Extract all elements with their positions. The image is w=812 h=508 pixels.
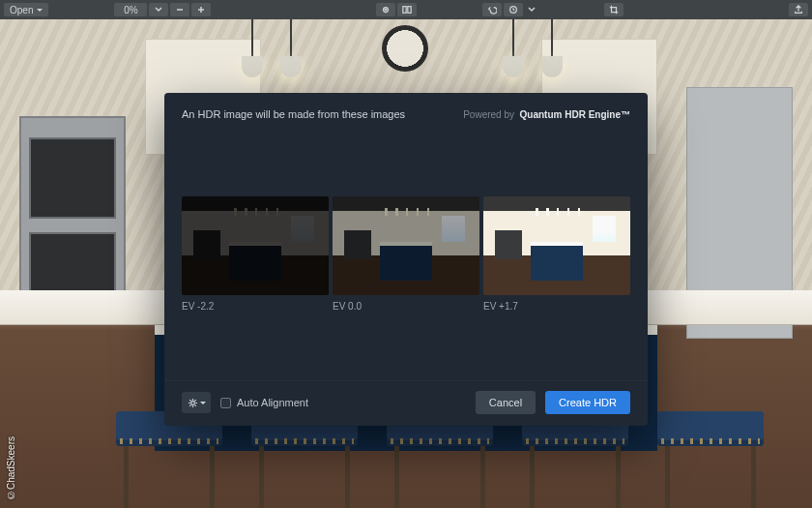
- stool: [657, 411, 764, 508]
- auto-alignment-label: Auto Alignment: [237, 397, 308, 408]
- ev-label: EV +1.7: [483, 301, 630, 312]
- open-label: Open: [10, 5, 33, 15]
- hdr-settings-button[interactable]: [182, 392, 211, 413]
- wall-clock: [382, 25, 428, 72]
- powered-prefix: Powered by: [463, 109, 514, 120]
- stool: [116, 411, 222, 508]
- history-group: [482, 3, 538, 16]
- zoom-in-button[interactable]: [191, 3, 211, 16]
- stool: [251, 411, 358, 508]
- exposure-thumb[interactable]: EV +1.7: [483, 196, 630, 312]
- zoom-control: 0%: [114, 3, 211, 16]
- auto-alignment-checkbox[interactable]: Auto Alignment: [220, 397, 308, 408]
- oven: [19, 116, 126, 319]
- history-dropdown-icon[interactable]: [525, 3, 538, 16]
- powered-engine-name: Quantum HDR Engine™: [520, 109, 630, 120]
- dialog-header: An HDR image will be made from these ima…: [164, 93, 648, 128]
- view-mode-group: [376, 3, 417, 16]
- dialog-footer: Auto Alignment Cancel Create HDR: [164, 380, 648, 426]
- pendant-light: [242, 17, 263, 85]
- exposure-thumbnails: EV -2.2 EV 0.0 EV +1.7: [164, 128, 648, 380]
- compare-view-button[interactable]: [397, 3, 417, 16]
- create-hdr-button[interactable]: Create HDR: [545, 391, 630, 414]
- svg-point-1: [385, 9, 387, 11]
- crop-tool-button[interactable]: [604, 3, 624, 16]
- history-menu-button[interactable]: [504, 3, 523, 16]
- zoom-out-button[interactable]: [170, 3, 189, 16]
- hdr-merge-dialog: An HDR image will be made from these ima…: [164, 93, 648, 426]
- svg-rect-2: [403, 7, 406, 14]
- ev-label: EV 0.0: [333, 301, 479, 312]
- dialog-heading: An HDR image will be made from these ima…: [182, 108, 405, 120]
- pendant-light: [541, 17, 563, 85]
- svg-point-5: [190, 401, 194, 404]
- cancel-button[interactable]: Cancel: [476, 391, 536, 414]
- quick-preview-button[interactable]: [376, 3, 395, 16]
- zoom-dropdown-icon[interactable]: [149, 3, 168, 16]
- undo-button[interactable]: [482, 3, 502, 16]
- photo-credit: ©ChadSkeers: [6, 436, 16, 500]
- gear-icon: [188, 398, 198, 408]
- pendant-light: [503, 17, 524, 85]
- open-menu-button[interactable]: Open: [4, 3, 48, 16]
- stool: [387, 411, 493, 508]
- zoom-value[interactable]: 0%: [114, 3, 147, 16]
- svg-rect-3: [408, 7, 411, 14]
- ev-label: EV -2.2: [182, 301, 329, 312]
- exposure-thumb[interactable]: EV -2.2: [182, 196, 329, 312]
- share-export-button[interactable]: [789, 3, 808, 16]
- pendant-light: [280, 17, 302, 85]
- app-toolbar: Open 0%: [0, 0, 812, 19]
- checkbox-box: [220, 398, 231, 408]
- exposure-thumb[interactable]: EV 0.0: [333, 196, 479, 312]
- powered-by: Powered by Quantum HDR Engine™: [463, 109, 630, 120]
- stool: [522, 411, 628, 508]
